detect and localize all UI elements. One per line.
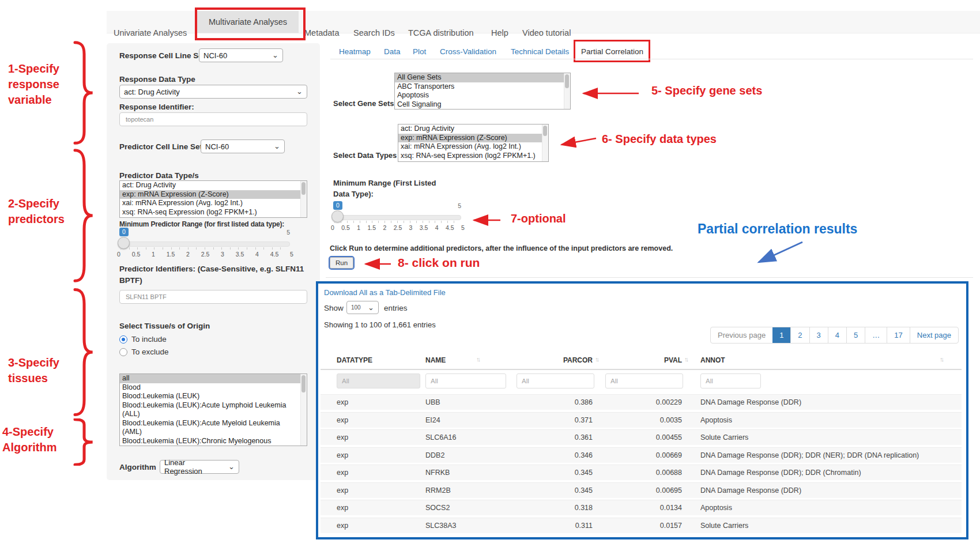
cell-name: SLC38A3 [425, 518, 457, 533]
response-identifier-input[interactable] [119, 112, 307, 126]
table-row: exp SLC38A3 0.311 0.0157 Solute Carriers [321, 518, 962, 533]
listbox-option[interactable]: Blood:Leukemia (LEUK):Chronic Myelogenou… [120, 437, 301, 447]
listbox-option[interactable]: exp: mRNA Expression (Z-Score) [398, 134, 542, 143]
cell-parcor: 0.386 [517, 395, 593, 410]
tab[interactable]: Partial Correlation [581, 47, 643, 56]
tick-label: 3 [409, 224, 413, 231]
cell-name: SLC6A16 [425, 430, 457, 445]
download-link[interactable]: Download All as a Tab-Delimited File [324, 288, 446, 297]
nav-item[interactable]: Univariate Analyses [114, 28, 187, 37]
response-data-type-select[interactable]: act: Drug Activity ⌄ [119, 85, 307, 99]
listbox-option[interactable]: act: Drug Activity [398, 124, 542, 134]
tissue-exclude-radio[interactable] [119, 348, 127, 356]
min-predictor-range-slider[interactable]: 0 5 00.511.522.533.544.55 [119, 228, 290, 258]
previous-page-button[interactable]: Previous page [711, 327, 772, 343]
tick-label: 1 [357, 224, 360, 231]
cell-datatype: exp [337, 413, 348, 428]
min-range-slider[interactable]: 0 5 00.511.522.533.544.55 [333, 201, 461, 231]
scrollbar[interactable] [300, 374, 307, 446]
column-header-name[interactable]: NAME [425, 356, 446, 364]
tick-label: 3 [221, 251, 224, 258]
listbox-option[interactable]: xai: mRNA Expression (Avg. log2 Int.) [398, 142, 542, 152]
sort-icon[interactable]: ↑↓ [940, 356, 943, 363]
scrollbar-thumb[interactable] [565, 74, 569, 88]
scrollbar[interactable] [300, 181, 307, 217]
filter-datatype[interactable] [337, 373, 420, 388]
table-row: exp UBB 0.386 0.00229 DNA Damage Respons… [321, 394, 962, 410]
sort-icon[interactable]: ↑↓ [476, 356, 479, 363]
listbox-option[interactable]: All Gene Sets [395, 73, 564, 82]
scrollbar[interactable] [542, 124, 548, 161]
page-button[interactable]: … [865, 327, 887, 343]
nav-item[interactable]: Search IDs [353, 28, 395, 37]
tissue-exclude-label: To exclude [131, 348, 169, 356]
predictor-cell-line-set-value: NCI-60 [205, 142, 229, 151]
scrollbar-thumb[interactable] [301, 375, 306, 393]
listbox-option[interactable]: all [120, 374, 301, 383]
pagination: Previous page 12345…17 Next page [710, 327, 959, 344]
page-button[interactable]: 1 [772, 327, 790, 343]
listbox-option[interactable]: Blood:Leukemia (LEUK):Acute Myeloid Leuk… [120, 419, 301, 437]
cell-parcor: 0.345 [517, 465, 593, 480]
listbox-option[interactable]: xsq: RNA-seq Expression (log2 FPKM+1.) [120, 208, 301, 217]
section-divider [326, 277, 973, 278]
cell-parcor: 0.318 [517, 500, 593, 515]
page-button[interactable]: 17 [887, 327, 909, 343]
slider-track[interactable] [119, 241, 290, 247]
response-data-type-label: Response Data Type [119, 75, 195, 84]
listbox-option[interactable]: xai: mRNA Expression (Avg. log2 Int.) [120, 199, 301, 208]
column-header-parcor[interactable]: PARCOR [535, 356, 593, 364]
tab[interactable]: Technical Details [511, 47, 569, 56]
listbox-option[interactable]: act: Drug Activity [120, 181, 301, 190]
predictor-identifiers-input[interactable] [119, 290, 307, 304]
page-size-select[interactable]: 100 ⌄ [346, 301, 379, 314]
filter-parcor[interactable] [517, 373, 594, 388]
nav-item[interactable]: Video tutorial [522, 28, 571, 37]
tick-label: 0.5 [132, 251, 141, 258]
brace-step2 [73, 148, 96, 284]
listbox-option[interactable]: Apoptosis [395, 91, 564, 100]
nav-item[interactable]: TCGA distribution [408, 28, 474, 37]
algorithm-select[interactable]: Linear Regression ⌄ [160, 460, 239, 474]
predictor-data-types-label: Predictor Data Type/s [119, 171, 199, 180]
listbox-option[interactable]: Blood:Leukemia (LEUK):Acute Lymphoid Leu… [120, 401, 301, 419]
tab[interactable]: Cross-Validation [440, 47, 496, 56]
filter-name[interactable] [425, 373, 506, 388]
tab[interactable]: Data [384, 47, 401, 56]
page-button[interactable]: 3 [809, 327, 828, 343]
listbox-option[interactable]: exp: mRNA Expression (Z-Score) [120, 190, 301, 199]
scrollbar-thumb[interactable] [543, 126, 547, 136]
sort-icon[interactable]: ↑↓ [595, 356, 598, 363]
scrollbar-thumb[interactable] [301, 182, 306, 195]
filter-pval[interactable] [605, 373, 683, 388]
column-header-annot[interactable]: ANNOT [700, 356, 725, 364]
nav-item[interactable]: Help [491, 28, 508, 37]
sort-icon[interactable]: ↑↓ [684, 356, 687, 363]
column-header-datatype[interactable]: DATATYPE [337, 356, 372, 364]
page-button[interactable]: 2 [790, 327, 809, 343]
column-header-pval[interactable]: PVAL [625, 356, 682, 364]
annotation-step7: 7-optional [511, 212, 566, 225]
listbox-option[interactable]: Cell Signaling [395, 100, 564, 110]
annotation-arrow-run [359, 259, 393, 269]
tab[interactable]: Plot [413, 47, 426, 56]
tissue-include-radio[interactable] [119, 335, 127, 344]
filter-annot[interactable] [700, 373, 761, 388]
nav-item[interactable]: Multivariate Analyses [197, 11, 299, 33]
page-button[interactable]: 5 [846, 327, 865, 343]
tab[interactable]: Heatmap [339, 47, 371, 56]
next-page-button[interactable]: Next page [910, 327, 958, 343]
response-cell-line-set-select[interactable]: NCI-60 ⌄ [199, 48, 283, 62]
run-button[interactable]: Run [330, 257, 353, 269]
cell-datatype: exp [337, 483, 348, 498]
page-button[interactable]: 4 [828, 327, 846, 343]
data-types-label: Select Data Types [333, 151, 397, 160]
listbox-option[interactable]: Blood:Leukemia (LEUK) [120, 392, 301, 401]
listbox-option[interactable]: ABC Transporters [395, 82, 564, 92]
nav-item[interactable]: Metadata [304, 28, 339, 37]
listbox-option[interactable]: xsq: RNA-seq Expression (log2 FPKM+1.) [398, 152, 542, 161]
listbox-option[interactable]: Blood [120, 383, 301, 393]
scrollbar[interactable] [564, 73, 570, 109]
predictor-cell-line-set-select[interactable]: NCI-60 ⌄ [201, 139, 285, 153]
slider-track[interactable] [333, 215, 461, 220]
